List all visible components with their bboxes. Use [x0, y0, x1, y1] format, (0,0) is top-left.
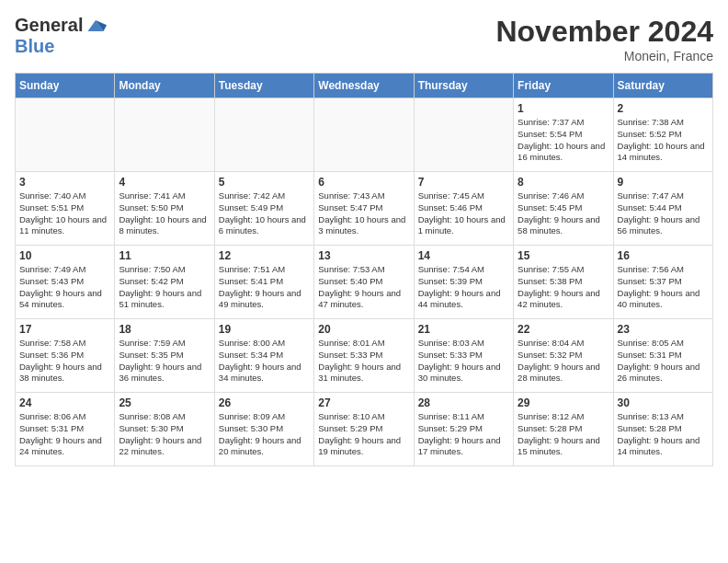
day-info: Sunrise: 7:43 AM Sunset: 5:47 PM Dayligh…	[318, 190, 409, 237]
day-number: 16	[618, 249, 709, 262]
calendar-week-1: 3Sunrise: 7:40 AM Sunset: 5:51 PM Daylig…	[16, 172, 713, 246]
calendar-cell: 27Sunrise: 8:10 AM Sunset: 5:29 PM Dayli…	[314, 393, 414, 466]
header-thursday: Thursday	[414, 74, 513, 98]
day-info: Sunrise: 8:05 AM Sunset: 5:31 PM Dayligh…	[618, 338, 709, 385]
day-number: 22	[518, 323, 609, 336]
day-info: Sunrise: 8:08 AM Sunset: 5:30 PM Dayligh…	[119, 411, 210, 458]
day-number: 10	[19, 249, 110, 262]
day-info: Sunrise: 8:04 AM Sunset: 5:32 PM Dayligh…	[518, 338, 609, 385]
calendar-cell	[414, 98, 513, 172]
calendar-cell: 18Sunrise: 7:59 AM Sunset: 5:35 PM Dayli…	[115, 319, 214, 393]
day-number: 21	[418, 323, 509, 336]
day-info: Sunrise: 8:13 AM Sunset: 5:28 PM Dayligh…	[618, 411, 709, 458]
day-number: 6	[318, 176, 409, 189]
day-number: 17	[19, 323, 110, 336]
day-info: Sunrise: 7:55 AM Sunset: 5:38 PM Dayligh…	[518, 264, 609, 311]
calendar-cell: 15Sunrise: 7:55 AM Sunset: 5:38 PM Dayli…	[514, 246, 613, 319]
calendar-cell	[115, 98, 214, 172]
calendar-cell: 22Sunrise: 8:04 AM Sunset: 5:32 PM Dayli…	[514, 319, 613, 393]
day-info: Sunrise: 7:47 AM Sunset: 5:44 PM Dayligh…	[618, 190, 709, 237]
day-number: 23	[618, 323, 709, 336]
calendar-cell: 1Sunrise: 7:37 AM Sunset: 5:54 PM Daylig…	[514, 98, 613, 172]
header-sunday: Sunday	[16, 74, 115, 98]
day-number: 18	[119, 323, 210, 336]
calendar-cell: 11Sunrise: 7:50 AM Sunset: 5:42 PM Dayli…	[115, 246, 214, 319]
header-wednesday: Wednesday	[314, 74, 414, 98]
day-info: Sunrise: 7:50 AM Sunset: 5:42 PM Dayligh…	[119, 264, 210, 311]
day-info: Sunrise: 7:51 AM Sunset: 5:41 PM Dayligh…	[219, 264, 310, 311]
calendar-week-3: 17Sunrise: 7:58 AM Sunset: 5:36 PM Dayli…	[16, 319, 713, 393]
day-number: 5	[219, 176, 310, 189]
day-info: Sunrise: 8:12 AM Sunset: 5:28 PM Dayligh…	[518, 411, 609, 458]
day-number: 28	[418, 396, 509, 409]
calendar-cell: 17Sunrise: 7:58 AM Sunset: 5:36 PM Dayli…	[16, 319, 115, 393]
calendar-cell: 16Sunrise: 7:56 AM Sunset: 5:37 PM Dayli…	[613, 246, 712, 319]
calendar-cell: 4Sunrise: 7:41 AM Sunset: 5:50 PM Daylig…	[115, 172, 214, 246]
day-info: Sunrise: 8:06 AM Sunset: 5:31 PM Dayligh…	[19, 411, 110, 458]
calendar-week-2: 10Sunrise: 7:49 AM Sunset: 5:43 PM Dayli…	[16, 246, 713, 319]
logo-icon	[85, 17, 107, 35]
calendar-cell: 10Sunrise: 7:49 AM Sunset: 5:43 PM Dayli…	[16, 246, 115, 319]
day-info: Sunrise: 8:00 AM Sunset: 5:34 PM Dayligh…	[219, 338, 310, 385]
day-info: Sunrise: 7:37 AM Sunset: 5:54 PM Dayligh…	[518, 117, 609, 164]
day-number: 14	[418, 249, 509, 262]
calendar-cell: 6Sunrise: 7:43 AM Sunset: 5:47 PM Daylig…	[314, 172, 414, 246]
calendar-cell: 24Sunrise: 8:06 AM Sunset: 5:31 PM Dayli…	[16, 393, 115, 466]
title-block: November 2024 Monein, France	[495, 15, 713, 63]
header-saturday: Saturday	[613, 74, 712, 98]
calendar-cell: 21Sunrise: 8:03 AM Sunset: 5:33 PM Dayli…	[414, 319, 513, 393]
day-info: Sunrise: 8:03 AM Sunset: 5:33 PM Dayligh…	[418, 338, 509, 385]
calendar-cell: 5Sunrise: 7:42 AM Sunset: 5:49 PM Daylig…	[214, 172, 313, 246]
day-number: 12	[219, 249, 310, 262]
day-info: Sunrise: 7:38 AM Sunset: 5:52 PM Dayligh…	[618, 117, 709, 164]
calendar-cell: 9Sunrise: 7:47 AM Sunset: 5:44 PM Daylig…	[613, 172, 712, 246]
day-info: Sunrise: 7:59 AM Sunset: 5:35 PM Dayligh…	[119, 338, 210, 385]
day-info: Sunrise: 7:58 AM Sunset: 5:36 PM Dayligh…	[19, 338, 110, 385]
day-info: Sunrise: 7:56 AM Sunset: 5:37 PM Dayligh…	[618, 264, 709, 311]
day-number: 2	[618, 102, 709, 115]
header-monday: Monday	[115, 74, 214, 98]
calendar-cell: 25Sunrise: 8:08 AM Sunset: 5:30 PM Dayli…	[115, 393, 214, 466]
day-info: Sunrise: 7:45 AM Sunset: 5:46 PM Dayligh…	[418, 190, 509, 237]
page-header: General Blue November 2024 Monein, Franc…	[15, 15, 713, 63]
calendar-cell: 23Sunrise: 8:05 AM Sunset: 5:31 PM Dayli…	[613, 319, 712, 393]
calendar-header-row: SundayMondayTuesdayWednesdayThursdayFrid…	[16, 74, 713, 98]
calendar-cell: 7Sunrise: 7:45 AM Sunset: 5:46 PM Daylig…	[414, 172, 513, 246]
calendar-cell: 12Sunrise: 7:51 AM Sunset: 5:41 PM Dayli…	[214, 246, 313, 319]
day-number: 11	[119, 249, 210, 262]
location: Monein, France	[495, 49, 713, 63]
day-info: Sunrise: 7:53 AM Sunset: 5:40 PM Dayligh…	[318, 264, 409, 311]
calendar-cell: 13Sunrise: 7:53 AM Sunset: 5:40 PM Dayli…	[314, 246, 414, 319]
month-title: November 2024	[495, 15, 713, 49]
calendar-week-4: 24Sunrise: 8:06 AM Sunset: 5:31 PM Dayli…	[16, 393, 713, 466]
calendar-cell: 26Sunrise: 8:09 AM Sunset: 5:30 PM Dayli…	[214, 393, 313, 466]
day-info: Sunrise: 8:01 AM Sunset: 5:33 PM Dayligh…	[318, 338, 409, 385]
header-friday: Friday	[514, 74, 613, 98]
day-number: 29	[518, 396, 609, 409]
calendar-cell: 30Sunrise: 8:13 AM Sunset: 5:28 PM Dayli…	[613, 393, 712, 466]
day-number: 3	[19, 176, 110, 189]
day-number: 19	[219, 323, 310, 336]
day-number: 13	[318, 249, 409, 262]
logo-general-text: General	[15, 15, 83, 36]
day-info: Sunrise: 7:40 AM Sunset: 5:51 PM Dayligh…	[19, 190, 110, 237]
day-number: 1	[518, 102, 609, 115]
day-number: 27	[318, 396, 409, 409]
calendar-cell: 3Sunrise: 7:40 AM Sunset: 5:51 PM Daylig…	[16, 172, 115, 246]
day-info: Sunrise: 7:42 AM Sunset: 5:49 PM Dayligh…	[219, 190, 310, 237]
calendar-cell: 2Sunrise: 7:38 AM Sunset: 5:52 PM Daylig…	[613, 98, 712, 172]
day-number: 4	[119, 176, 210, 189]
day-number: 9	[618, 176, 709, 189]
day-number: 20	[318, 323, 409, 336]
day-number: 30	[618, 396, 709, 409]
day-info: Sunrise: 7:49 AM Sunset: 5:43 PM Dayligh…	[19, 264, 110, 311]
day-number: 7	[418, 176, 509, 189]
day-number: 8	[518, 176, 609, 189]
calendar-cell	[314, 98, 414, 172]
day-number: 24	[19, 396, 110, 409]
day-number: 26	[219, 396, 310, 409]
day-info: Sunrise: 7:41 AM Sunset: 5:50 PM Dayligh…	[119, 190, 210, 237]
header-tuesday: Tuesday	[214, 74, 313, 98]
day-info: Sunrise: 7:46 AM Sunset: 5:45 PM Dayligh…	[518, 190, 609, 237]
calendar-cell	[214, 98, 313, 172]
